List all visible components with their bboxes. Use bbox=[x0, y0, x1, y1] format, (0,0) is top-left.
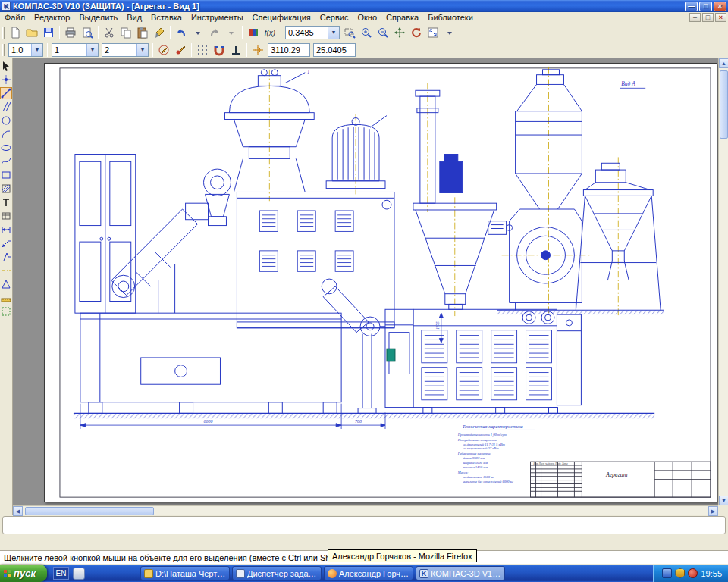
palette-parallel-button[interactable] bbox=[0, 101, 12, 113]
stamp-title[interactable]: Агрегат bbox=[605, 471, 628, 478]
tray-shield-icon[interactable] bbox=[675, 568, 685, 578]
palette-cursor-button[interactable] bbox=[0, 60, 12, 72]
inclined-feeder[interactable] bbox=[111, 169, 231, 313]
coord-y-field[interactable]: 25.0405 bbox=[313, 43, 356, 57]
copy-properties-button[interactable] bbox=[151, 25, 168, 40]
paste-button[interactable] bbox=[134, 25, 151, 40]
toolbar-grip[interactable] bbox=[2, 27, 5, 39]
library-manager-button[interactable] bbox=[245, 25, 262, 40]
pan-button[interactable] bbox=[391, 25, 408, 40]
palette-measure-button[interactable] bbox=[0, 292, 12, 304]
task-button-task-manager[interactable]: Диспетчер задач Wi... bbox=[232, 566, 322, 580]
menu-item-file[interactable]: Файл bbox=[0, 12, 30, 23]
redo-button[interactable] bbox=[206, 25, 223, 40]
palette-point-button[interactable] bbox=[0, 74, 12, 86]
view-label[interactable]: Вид А bbox=[621, 80, 635, 87]
horizontal-scroll-thumb[interactable] bbox=[25, 507, 154, 515]
menu-item-help[interactable]: Справка bbox=[381, 12, 423, 23]
menu-item-view[interactable]: Вид bbox=[122, 12, 146, 23]
drawing-sheet[interactable]: Изм. Лист № докум. Подп. Дата Агрегат bbox=[44, 63, 717, 502]
undo-dropdown[interactable] bbox=[190, 25, 206, 40]
task-button-folder[interactable]: D:\Наташа Чертежи bbox=[140, 566, 230, 580]
palette-designation-button[interactable] bbox=[0, 278, 12, 290]
palette-hatch-button[interactable] bbox=[0, 183, 12, 195]
snap-button[interactable] bbox=[211, 42, 228, 58]
menu-item-libraries[interactable]: Библиотеки bbox=[423, 12, 478, 23]
variables-button[interactable]: f(x) bbox=[262, 25, 278, 40]
scroll-left-button[interactable]: ◀ bbox=[13, 506, 23, 516]
minimize-button[interactable]: — bbox=[685, 2, 698, 11]
maximize-button[interactable]: □ bbox=[699, 2, 712, 11]
menu-item-tools[interactable]: Инструменты bbox=[187, 12, 248, 23]
tray-antivirus-icon[interactable] bbox=[688, 568, 698, 578]
drawing-canvas[interactable]: Изм. Лист № докум. Подп. Дата Агрегат bbox=[13, 58, 728, 515]
fit-page-button[interactable] bbox=[425, 25, 441, 40]
undo-button[interactable] bbox=[173, 25, 190, 40]
task-button-kompas[interactable]: K КОМПАС-3D V10 (ЗА... bbox=[416, 566, 505, 580]
new-document-button[interactable] bbox=[7, 25, 24, 40]
fit-dropdown[interactable] bbox=[441, 25, 458, 40]
point-pencil-button[interactable] bbox=[172, 42, 189, 58]
grid-button[interactable] bbox=[194, 42, 211, 58]
close-button[interactable]: × bbox=[714, 2, 726, 11]
palette-ellipse-button[interactable] bbox=[0, 142, 12, 154]
palette-geometry-button[interactable] bbox=[0, 87, 12, 99]
dim-label-6600[interactable]: 6600 bbox=[204, 419, 213, 424]
palette-leader-button[interactable] bbox=[0, 237, 12, 249]
dim-label-700[interactable]: 700 bbox=[355, 419, 362, 424]
cyclone-unit[interactable] bbox=[510, 70, 582, 310]
zoom-scale-combo[interactable]: 0.3485 ▼ bbox=[285, 26, 340, 39]
scroll-right-button[interactable]: ▶ bbox=[708, 506, 718, 516]
horizontal-scrollbar[interactable]: ◀ ▶ bbox=[13, 505, 718, 515]
layer-combo[interactable]: 1 ▼ bbox=[52, 43, 99, 57]
callout-label[interactable]: 1 bbox=[307, 70, 309, 74]
transfer-conveyor[interactable] bbox=[322, 279, 385, 413]
palette-select-area-button[interactable] bbox=[0, 305, 12, 318]
menu-item-specification[interactable]: Спецификация bbox=[248, 12, 315, 23]
palette-text-button[interactable] bbox=[0, 196, 12, 208]
doc-close-button[interactable]: × bbox=[715, 13, 726, 22]
technical-drawing[interactable]: Изм. Лист № докум. Подп. Дата Агрегат bbox=[45, 64, 717, 502]
palette-rectangle-button[interactable] bbox=[0, 169, 12, 181]
palette-table-button[interactable] bbox=[0, 210, 12, 222]
copy-button[interactable] bbox=[118, 25, 134, 40]
vertical-scroll-thumb[interactable] bbox=[720, 70, 728, 139]
property-bar[interactable] bbox=[2, 516, 726, 534]
palette-spline-button[interactable] bbox=[0, 155, 12, 167]
line-width-combo[interactable]: 1.0 ▼ bbox=[8, 43, 43, 57]
coord-x-field[interactable]: 3110.29 bbox=[268, 43, 310, 57]
dim-label-1175[interactable]: 1175 bbox=[435, 321, 440, 330]
doc-restore-button[interactable]: □ bbox=[702, 13, 714, 22]
spec-block[interactable]: Техническая характеристика Производитель… bbox=[457, 424, 535, 483]
quick-launch-icon[interactable] bbox=[73, 568, 85, 580]
center-hopper[interactable] bbox=[413, 203, 513, 309]
refresh-button[interactable] bbox=[408, 25, 425, 40]
menu-item-window[interactable]: Окно bbox=[353, 12, 381, 23]
print-button[interactable] bbox=[62, 25, 79, 40]
style-combo[interactable]: 2 ▼ bbox=[102, 43, 149, 57]
language-indicator[interactable]: EN bbox=[53, 567, 69, 580]
zoom-out-button[interactable] bbox=[375, 25, 391, 40]
finned-motor[interactable] bbox=[326, 116, 387, 189]
round-pencil-button[interactable] bbox=[155, 42, 172, 58]
taskbar-clock[interactable]: 19:55 bbox=[701, 569, 722, 578]
zoom-rect-button[interactable] bbox=[341, 25, 358, 40]
save-button[interactable] bbox=[40, 25, 57, 40]
palette-axis-button[interactable] bbox=[0, 264, 12, 277]
palette-arc-button[interactable] bbox=[0, 128, 12, 140]
palette-dimension-button[interactable] bbox=[0, 224, 12, 236]
menu-item-editor[interactable]: Редактор bbox=[30, 12, 74, 23]
ortho-button[interactable] bbox=[228, 42, 244, 58]
palette-circle-button[interactable] bbox=[0, 114, 12, 127]
task-button-firefox[interactable]: Александр Горчако... bbox=[324, 566, 413, 580]
extruder[interactable] bbox=[385, 309, 581, 413]
doc-minimize-button[interactable]: – bbox=[689, 13, 701, 22]
left-cabinet[interactable] bbox=[75, 155, 136, 314]
print-preview-button[interactable] bbox=[79, 25, 96, 40]
menu-item-select[interactable]: Выделить bbox=[74, 12, 122, 23]
palette-roughness-button[interactable] bbox=[0, 251, 12, 263]
scroll-up-button[interactable]: ▲ bbox=[719, 58, 728, 68]
tray-network-icon[interactable] bbox=[662, 568, 672, 578]
zoom-in-button[interactable] bbox=[358, 25, 375, 40]
menu-item-service[interactable]: Сервис bbox=[315, 12, 353, 23]
